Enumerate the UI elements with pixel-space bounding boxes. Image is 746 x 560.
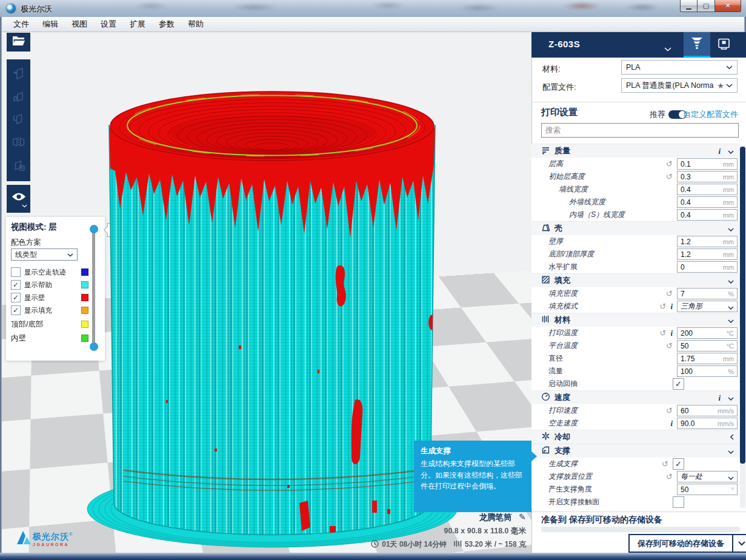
chevron-down-icon[interactable] — [728, 445, 734, 456]
save-to-removable-button[interactable]: 保存到可移动的存储设备 — [628, 534, 733, 553]
chevron-down-icon[interactable] — [664, 43, 671, 54]
output-status: 准备到 保存到可移动的存储设备 — [541, 515, 662, 525]
settings-scrollbar-thumb[interactable] — [740, 147, 745, 464]
setting-label: 空走速度 — [548, 418, 578, 428]
chevron-left-icon[interactable] — [730, 432, 734, 442]
setting-input[interactable]: 1.2mm — [677, 236, 738, 247]
setting-unit: °C — [727, 342, 734, 350]
chevron-down-icon[interactable] — [728, 223, 734, 234]
layers-icon — [690, 36, 704, 53]
setting-row: 启动回抽✓ — [531, 378, 740, 390]
setting-label: 平台温度 — [548, 341, 578, 351]
section-header-infill[interactable]: 填充 — [531, 273, 740, 287]
legend-checkbox[interactable] — [11, 267, 21, 277]
menu-item-3[interactable]: 设置 — [94, 17, 123, 32]
setting-value: 50 — [681, 485, 688, 494]
legend-checkbox[interactable]: ✓ — [11, 280, 21, 290]
close-button[interactable]: ✕ — [715, 0, 741, 12]
section-header-cooling[interactable]: 冷却 — [531, 430, 740, 444]
reset-icon[interactable]: ↺ — [666, 290, 673, 298]
model-info: 龙腾笔筒 ✎ 90.8 x 90.8 x 118.0 毫米 01天 08小时 1… — [339, 512, 526, 550]
setting-input[interactable]: 1.75mm — [677, 353, 738, 364]
reset-icon[interactable]: ↺ — [666, 342, 673, 350]
setting-input[interactable]: 7% — [677, 288, 738, 299]
save-button-group: 保存到可移动的存储设备 — [628, 534, 746, 553]
menu-item-5[interactable]: 参数 — [152, 17, 181, 32]
profile-dropdown[interactable]: PLA 普通质量(PLA Norma Qua ★ — [621, 78, 738, 93]
setting-label: 直径 — [548, 353, 563, 364]
setting-input[interactable]: 200°C — [677, 327, 738, 339]
setting-value: 0.4 — [681, 185, 691, 194]
printer-name[interactable]: Z-603S — [548, 39, 580, 49]
reset-icon[interactable]: ↺ — [666, 160, 673, 168]
setting-input[interactable]: 100% — [677, 365, 738, 377]
legend-checkbox[interactable]: ✓ — [11, 305, 21, 315]
section-header-shell[interactable]: 壳 — [531, 221, 740, 235]
reset-icon[interactable]: ↺ — [659, 329, 666, 337]
section-header-speed[interactable]: 速度i — [531, 390, 740, 404]
view-mode-button[interactable] — [7, 185, 30, 213]
material-dropdown[interactable]: PLA — [621, 60, 738, 75]
setting-row: 墙线宽度0.4mm — [531, 183, 740, 196]
menu-item-4[interactable]: 扩展 — [123, 17, 152, 32]
menu-item-0[interactable]: 文件 — [7, 17, 36, 32]
maximize-button[interactable]: ▢ — [698, 0, 715, 12]
info-icon[interactable]: i — [670, 302, 673, 310]
legend-checkbox[interactable]: ✓ — [11, 293, 21, 302]
setting-input[interactable]: 50° — [677, 484, 738, 495]
setting-unit: mm — [723, 238, 734, 245]
printer-icon — [717, 37, 731, 53]
minimize-button[interactable]: ▁ — [680, 0, 698, 12]
info-icon[interactable]: i — [718, 147, 721, 155]
reset-icon[interactable]: ↺ — [659, 302, 666, 310]
setting-checkbox[interactable]: ✓ — [673, 458, 684, 470]
reset-icon[interactable]: ↺ — [666, 173, 673, 181]
menu-bar: 文件编辑视图设置扩展参数帮助 — [2, 17, 744, 32]
setting-input[interactable]: 0.4mm — [677, 209, 738, 221]
settings-search-input[interactable] — [541, 123, 739, 138]
reset-icon[interactable]: ↺ — [666, 473, 673, 481]
setting-input[interactable]: 1.2mm — [677, 248, 738, 260]
reset-icon[interactable]: ↺ — [666, 407, 673, 415]
setting-input[interactable]: 0.4mm — [677, 184, 738, 195]
setting-value: 7 — [681, 290, 685, 298]
setting-dropdown[interactable]: 每一处 — [677, 471, 738, 482]
menu-item-1[interactable]: 编辑 — [36, 17, 65, 32]
setting-input[interactable]: 50°C — [677, 340, 738, 352]
reset-icon[interactable]: ↺ — [662, 460, 668, 468]
setting-input[interactable]: 0mm — [677, 261, 738, 273]
menu-item-6[interactable]: 帮助 — [181, 17, 210, 32]
info-icon[interactable]: i — [718, 394, 721, 402]
chevron-down-icon[interactable] — [728, 315, 734, 325]
chevron-down-icon[interactable] — [728, 392, 734, 403]
setting-input[interactable]: 90.0mm/s — [677, 418, 738, 429]
setting-label: 产生支撑角度 — [548, 484, 592, 495]
tab-printer-monitor[interactable] — [710, 32, 737, 58]
setting-label: 墙线宽度 — [559, 184, 588, 195]
chevron-down-icon[interactable] — [728, 275, 734, 286]
setting-row: 初始层高度↺0.3mm — [531, 170, 740, 183]
progress-bar — [541, 527, 740, 532]
setting-dropdown[interactable]: 三角形 — [677, 301, 738, 312]
section-header-material[interactable]: 材料 — [531, 313, 740, 327]
info-icon[interactable]: i — [670, 419, 673, 427]
setting-input[interactable]: 60mm/s — [677, 405, 738, 416]
section-header-quality[interactable]: 质量i — [531, 144, 740, 158]
setting-checkbox[interactable] — [673, 496, 684, 508]
info-icon[interactable]: i — [670, 329, 673, 337]
section-header-support[interactable]: 支撑 — [531, 444, 740, 458]
setting-input[interactable]: 0.1mm — [677, 158, 738, 170]
menu-item-2[interactable]: 视图 — [65, 17, 94, 32]
setting-input[interactable]: 0.3mm — [677, 171, 738, 182]
custom-profile-link[interactable]: 自定义配置文件 — [683, 109, 738, 120]
chevron-down-icon[interactable] — [728, 145, 734, 156]
edit-name-icon[interactable]: ✎ — [519, 512, 526, 522]
setting-checkbox[interactable]: ✓ — [673, 378, 684, 390]
setting-input[interactable]: 0.4mm — [677, 196, 738, 208]
quality-icon — [541, 145, 550, 157]
settings-list: 质量i层高↺0.1mm初始层高度↺0.3mm墙线宽度0.4mm外墙线宽度0.4m… — [531, 144, 740, 508]
tab-print-setup[interactable] — [684, 32, 710, 58]
open-file-button[interactable] — [7, 33, 30, 52]
save-options-chevron[interactable] — [733, 534, 746, 553]
folder-open-icon — [12, 36, 25, 48]
